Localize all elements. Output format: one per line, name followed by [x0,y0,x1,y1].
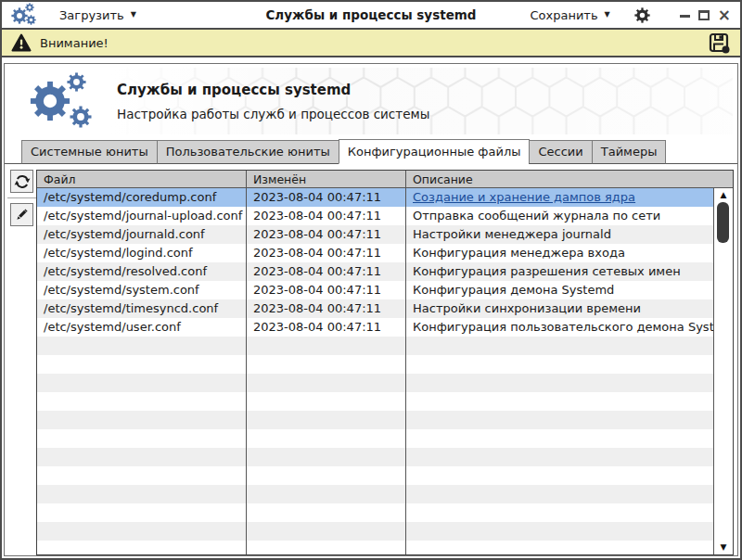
file-cell: /etc/systemd/user.conf [37,318,247,337]
toolbar-separator [7,197,36,198]
description-cell: Отправка сообщений журнала по сети [406,207,713,225]
file-cell: /etc/systemd/journald.conf [37,225,247,244]
refresh-icon [14,173,31,190]
tab-system-units[interactable]: Системные юниты [21,140,158,164]
content-frame: Службы и процессы systemd Настройка рабо… [4,63,738,556]
file-cell: /etc/systemd/logind.conf [37,244,247,262]
scrollbar-thumb[interactable] [717,202,729,243]
table-row[interactable]: /etc/systemd/timesyncd.conf2023-08-04 00… [37,299,713,318]
side-toolbar [7,170,36,555]
table-row-empty[interactable] [37,355,713,374]
table-row[interactable]: /etc/systemd/resolved.conf2023-08-04 00:… [37,262,713,281]
description-cell: Конфигурация разрешения сетевых имен [406,262,713,281]
modified-cell: 2023-08-04 00:47:11 [247,225,406,244]
description-cell: Создание и хранение дампов ядра [406,188,713,207]
maximize-icon[interactable] [698,10,710,20]
app-window: Загрузить ▼ Службы и процессы systemd Со… [0,0,742,560]
file-cell: /etc/systemd/resolved.conf [37,262,247,281]
edit-button[interactable] [10,203,33,226]
tab-bar: Системные юнитыПользовательские юнитыКон… [5,139,737,164]
arrow-down-icon[interactable]: ▼ [714,543,733,552]
modified-cell: 2023-08-04 00:47:11 [247,188,406,207]
table-row-empty[interactable] [37,485,713,503]
table-row-empty[interactable] [37,522,713,541]
settings-gear-icon[interactable] [634,7,650,23]
tab-user-units[interactable]: Пользовательские юниты [157,140,339,164]
tab-timers[interactable]: Таймеры [592,140,667,164]
warning-bar: Внимание! [2,30,740,57]
arrow-up-icon[interactable]: ▲ [714,191,733,199]
modified-cell: 2023-08-04 00:47:11 [247,299,406,318]
close-icon[interactable]: × [718,7,731,23]
modified-cell: 2023-08-04 00:47:11 [247,207,406,225]
vertical-scrollbar[interactable]: ▲ ▼ [713,188,733,554]
modified-cell: 2023-08-04 00:47:11 [247,244,406,262]
title-bar: Загрузить ▼ Службы и процессы systemd Со… [2,2,740,30]
table-row-empty[interactable] [37,541,713,554]
warning-triangle-icon [11,33,32,52]
column-header-description[interactable]: Описание [406,171,733,187]
column-header-file[interactable]: Файл [37,171,247,187]
banner-subtitle: Настройка работы служб и процессов систе… [117,107,429,121]
window-title: Службы и процессы systemd [265,7,476,22]
save-menu-button[interactable]: Сохранить ▼ [530,8,609,22]
modified-cell: 2023-08-04 00:47:11 [247,262,406,281]
table-row-empty[interactable] [37,429,713,448]
warning-label: Внимание! [40,36,109,50]
file-cell: /etc/systemd/journal-upload.conf [37,207,247,225]
floppy-disk-icon[interactable] [709,32,731,54]
table-row-empty[interactable] [37,466,713,485]
column-header-modified[interactable]: Изменён [247,171,406,187]
minimize-icon[interactable] [680,15,690,18]
table-row[interactable]: /etc/systemd/journald.conf2023-08-04 00:… [37,225,713,244]
load-menu-button[interactable]: Загрузить ▼ [59,8,136,22]
chevron-down-icon: ▼ [605,11,610,19]
file-cell: /etc/systemd/timesyncd.conf [37,299,247,318]
table-rows: /etc/systemd/coredump.conf2023-08-04 00:… [37,188,713,554]
header-banner: Службы и процессы systemd Настройка рабо… [9,68,733,134]
table-row-empty[interactable] [37,392,713,411]
table-row[interactable]: /etc/systemd/system.conf2023-08-04 00:47… [37,281,713,299]
table-row[interactable]: /etc/systemd/logind.conf2023-08-04 00:47… [37,244,713,262]
tab-sessions[interactable]: Сессии [529,140,592,164]
table-row-empty[interactable] [37,337,713,355]
table-row-empty[interactable] [37,374,713,392]
modified-cell: 2023-08-04 00:47:11 [247,281,406,299]
config-files-table: Файл Изменён Описание /etc/systemd/cored… [36,170,734,555]
gears-logo-icon [28,71,98,131]
file-cell: /etc/systemd/system.conf [37,281,247,299]
description-cell: Настройки синхронизации времени [406,299,713,318]
table-row-empty[interactable] [37,503,713,522]
banner-title: Службы и процессы systemd [117,82,429,98]
description-cell: Настройки менеджера journald [406,225,713,244]
description-cell: Конфигурация менеджера входа [406,244,713,262]
gears-icon [11,3,39,27]
table-row[interactable]: /etc/systemd/coredump.conf2023-08-04 00:… [37,188,713,207]
table-row-empty[interactable] [37,448,713,466]
table-row[interactable]: /etc/systemd/user.conf2023-08-04 00:47:1… [37,318,713,337]
refresh-button[interactable] [10,170,33,193]
modified-cell: 2023-08-04 00:47:11 [247,318,406,337]
description-link[interactable]: Создание и хранение дампов ядра [413,190,635,204]
load-menu-label: Загрузить [59,8,124,22]
chevron-down-icon: ▼ [131,11,136,19]
pencil-icon [14,207,30,223]
tab-config-files[interactable]: Конфигурационные файлы [339,139,531,164]
table-row-empty[interactable] [37,411,713,429]
description-cell: Конфигурация демона Systemd [406,281,713,299]
description-cell: Конфигурация пользовательского демона Sy… [406,318,713,337]
save-menu-label: Сохранить [530,8,597,22]
table-header: Файл Изменён Описание [37,171,733,188]
table-row[interactable]: /etc/systemd/journal-upload.conf2023-08-… [37,207,713,225]
file-cell: /etc/systemd/coredump.conf [37,188,247,207]
